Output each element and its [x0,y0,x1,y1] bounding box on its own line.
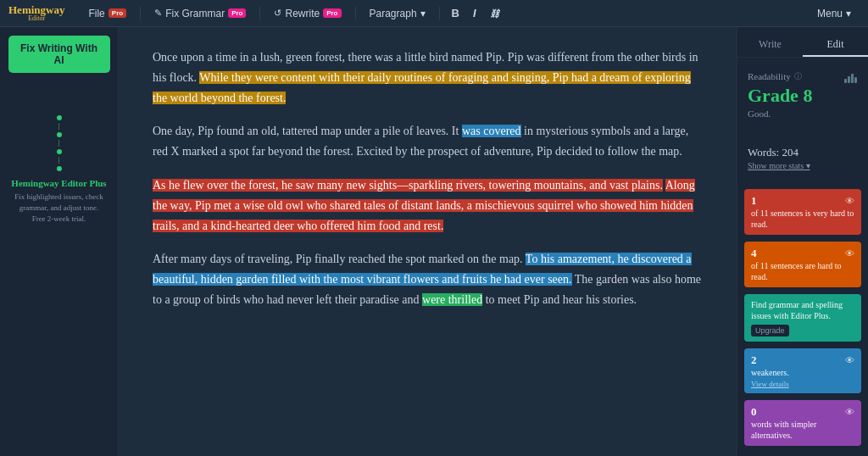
dot-line-3 [58,157,59,164]
file-badge: Pro [108,8,126,18]
grammar-badge: Pro [228,8,246,18]
main-layout: Fix Writing With AI Hemingway Editor Plu… [0,27,868,456]
dot-line-1 [58,123,59,130]
readability-row: Readability ⓘ [748,70,858,83]
bold-button[interactable]: B [447,4,465,22]
file-button[interactable]: File Pro [81,5,133,22]
view-details-link[interactable]: View details [751,380,854,388]
readability-label: Readability ⓘ [748,71,802,82]
stat-row-5: 0 👁 [751,405,854,419]
paragraph-button[interactable]: Paragraph ▾ [363,5,432,22]
chart-icon[interactable] [844,70,858,83]
stat-card-hard-read-1: 1 👁 of 11 sentences is very hard to read… [744,189,861,235]
file-label: File [88,8,104,19]
stat-card-hard-read-2: 4 👁 of 11 sentences are hard to read. [744,242,861,287]
eye-icon-4[interactable]: 👁 [845,355,854,365]
divider-4 [439,7,440,20]
stat-num-2: 4 [751,247,757,260]
link-button[interactable]: ⛓ [485,6,504,21]
sidebar-trial: Free 2-week trial. [32,214,86,223]
rewrite-label: Rewrite [285,8,320,19]
dot-4 [57,166,62,171]
stat-card-simpler: 0 👁 words with simpler alternatives. [744,400,861,446]
show-more-stats[interactable]: Show more stats ▾ [748,161,858,170]
eye-icon-1[interactable]: 👁 [845,196,854,206]
paragraph-1: Once upon a time in a lush, green forest… [153,47,703,108]
upgrade-button[interactable]: Upgrade [751,325,789,336]
highlight-green-1: were thrilled [422,293,482,306]
stat-num-1: 1 [751,194,757,208]
logo-area: Hemingway Editor [8,4,64,22]
dot-line-2 [58,140,59,147]
highlight-blue-2: To his amazement, he discovered a beauti… [153,253,692,286]
dot-1 [57,115,62,120]
dot-2 [57,132,62,137]
footer: © 2013-2024 38 Long LLC [737,449,868,456]
fix-grammar-icon: ✎ [154,8,162,19]
panel-tabs: Write Edit [737,34,868,58]
menu-label: Menu [817,8,843,19]
grade-value: Grade 8 [748,85,858,107]
divider-2 [259,7,260,20]
sidebar-plus-info: Hemingway Editor Plus Fix highlighted is… [7,115,111,223]
readability-section: Readability ⓘ Grade 8 Good. [737,64,868,124]
paragraph-label: Paragraph [370,8,417,19]
sidebar-dots [57,115,62,171]
fix-grammar-button[interactable]: ✎ Fix Grammar Pro [147,5,253,22]
stat-text-3: Find grammar and spelling issues with Ed… [751,299,854,321]
stat-text-2: of 11 sentences are hard to read. [751,260,854,282]
topbar: Hemingway Editor File Pro ✎ Fix Grammar … [0,0,868,27]
eye-icon-5[interactable]: 👁 [845,407,854,417]
eye-icon-2[interactable]: 👁 [845,248,854,259]
italic-button[interactable]: I [468,4,481,22]
sidebar-description: Fix highlighted issues, check grammar, a… [7,192,111,213]
words-count: Words: 204 [748,146,858,159]
stat-text-1: of 11 sentences is very hard to read. [751,208,854,230]
divider-1 [140,7,141,20]
stat-row-4: 2 👁 [751,353,854,367]
paragraph-4: After many days of traveling, Pip finall… [153,249,703,309]
sidebar: Fix Writing With AI Hemingway Editor Plu… [0,27,119,456]
stat-text-5: words with simpler alternatives. [751,419,854,441]
paragraph-3: As he flew over the forest, he saw many … [153,175,703,236]
stat-row-2: 4 👁 [751,247,854,260]
stat-num-5: 0 [751,405,757,419]
dot-3 [57,149,62,154]
divider-3 [355,7,356,20]
rewrite-badge: Pro [323,8,341,18]
rewrite-icon: ↺ [274,8,281,19]
stat-row-1: 1 👁 [751,194,854,208]
highlight-yellow-1: While they were content with their daily… [153,71,691,104]
tab-edit[interactable]: Edit [803,34,868,57]
words-section: Words: 204 Show more stats ▾ [737,134,868,175]
app-logo-sub: Editor [28,15,45,22]
stat-text-4: weakeners. [751,367,854,378]
fix-ai-button[interactable]: Fix Writing With AI [8,36,110,73]
info-icon: ⓘ [794,71,802,82]
stat-num-4: 2 [751,353,757,367]
menu-arrow-icon: ▾ [846,8,851,19]
right-panel: Write Edit Readability ⓘ Grade 8 Good. [737,27,868,456]
fix-grammar-label: Fix Grammar [165,8,225,19]
sidebar-brand: Hemingway Editor Plus [11,178,106,188]
editor-area[interactable]: Once upon a time in a lush, green forest… [119,27,737,456]
tab-write[interactable]: Write [737,34,803,57]
menu-button[interactable]: Menu ▾ [809,5,860,22]
rewrite-button[interactable]: ↺ Rewrite Pro [267,5,348,22]
chevron-down-icon: ▾ [420,8,426,19]
highlight-red-1: As he flew over the forest, he saw many … [153,179,663,192]
paragraph-2: One day, Pip found an old, tattered map … [153,121,703,162]
stat-card-weakeners: 2 👁 weakeners. View details [744,348,861,393]
grade-desc: Good. [748,108,858,119]
highlight-blue-1: was covered [462,125,521,137]
stat-card-grammar: Find grammar and spelling issues with Ed… [744,294,861,342]
